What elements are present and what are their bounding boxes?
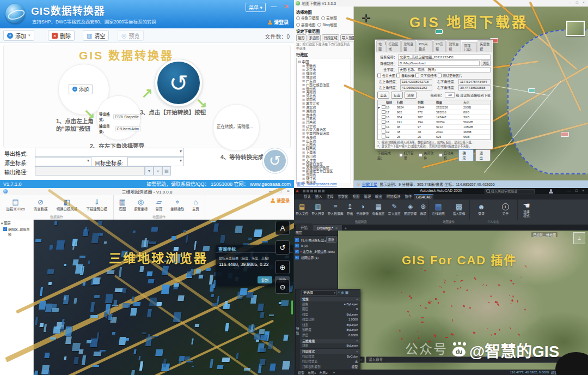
about-button[interactable]: i关于 bbox=[501, 203, 510, 216]
ribbon-tab[interactable]: 输出 bbox=[373, 193, 384, 199]
ribbon-button[interactable]: ▦在线地图 bbox=[431, 203, 445, 216]
login-button[interactable]: 请登录 bbox=[271, 197, 290, 203]
dialog-checkbox[interactable]: 合并大图 bbox=[377, 73, 395, 78]
dialog-tab[interactable]: POI兴趣点 bbox=[416, 40, 433, 52]
map-source-radio[interactable]: 天地图 bbox=[321, 15, 337, 21]
dialog-tab[interactable]: 建筑白模 bbox=[446, 40, 461, 52]
tl-lat-input[interactable]: 41.06553931282 bbox=[400, 85, 432, 90]
browse-button[interactable]: 浏览 bbox=[481, 61, 491, 66]
table-row[interactable]: 17962 772595216 8GB bbox=[378, 110, 490, 115]
property-row[interactable]: 打印表附着到模型 bbox=[300, 364, 360, 370]
ribbon-tab[interactable]: 插入 bbox=[313, 193, 324, 199]
layer-row[interactable]: 格网边界 (1) bbox=[294, 254, 338, 261]
layout-tab[interactable]: 模型 bbox=[296, 370, 306, 375]
close-button[interactable]: × bbox=[284, 2, 289, 10]
copy-button[interactable]: 复制 bbox=[258, 276, 272, 283]
add-button[interactable]: + 添加▾ bbox=[3, 30, 34, 41]
dropdown-icon[interactable]: ▾ bbox=[145, 166, 154, 176]
row-checkbox[interactable] bbox=[381, 125, 386, 129]
property-row[interactable]: 颜色■ByLayer bbox=[300, 301, 360, 307]
search-icon[interactable]: ⌕ bbox=[154, 166, 162, 176]
path-input[interactable]: D:\MapDownload bbox=[398, 61, 480, 66]
window-controls[interactable]: — □ × bbox=[567, 189, 586, 192]
ribbon-tab[interactable]: 管理 bbox=[362, 193, 373, 199]
after-checkbox[interactable]: 关闭软件 bbox=[419, 150, 437, 160]
ribbon-button[interactable]: ▦查看属性 bbox=[372, 203, 385, 216]
ribbon-button[interactable]: ≡导入数据库 bbox=[327, 203, 344, 216]
row-checkbox[interactable] bbox=[381, 135, 386, 139]
overview-thumbnail[interactable] bbox=[566, 21, 585, 36]
ribbon-button[interactable]: ▤导入文件 bbox=[295, 203, 309, 216]
ok-button[interactable]: 确定 bbox=[458, 149, 474, 161]
layer-tree-root[interactable]: ▾ 图层 bbox=[1, 221, 32, 226]
dialog-tab[interactable]: 3D高程 bbox=[433, 40, 446, 52]
table-row[interactable]: 1225 25625 9MB bbox=[378, 135, 490, 140]
ribbon-tab[interactable]: 视图 bbox=[351, 193, 362, 199]
property-row[interactable]: 线型比例1.0000 bbox=[300, 317, 360, 323]
login-button[interactable]: ☻登录 bbox=[477, 203, 486, 216]
property-row[interactable]: 线宽ByLayer bbox=[300, 322, 360, 328]
ribbon-button[interactable]: ◈图层管理 bbox=[403, 203, 417, 216]
ribbon-tab[interactable]: 附加模块 bbox=[384, 193, 403, 199]
close-icon[interactable]: × bbox=[335, 226, 338, 230]
range-button[interactable]: 行政区域 bbox=[322, 34, 339, 41]
search-input[interactable]: 键入关键字或短语 bbox=[485, 189, 535, 193]
table-row[interactable]: 1348 482401 36MB bbox=[378, 130, 490, 135]
br-lat-input[interactable]: 39.44738533838 bbox=[458, 85, 491, 90]
after-checkbox[interactable]: 自动关机 bbox=[439, 150, 457, 160]
converter-titlebar[interactable]: GIS数据转换器 支持SHP、DWG等格式及西安80、国家2000等坐标系的转换… bbox=[0, 0, 294, 28]
map-source-radio[interactable]: Bing地图 bbox=[317, 22, 336, 27]
row-checkbox[interactable] bbox=[381, 120, 386, 124]
table-row[interactable]: 1113 13169 2MB bbox=[378, 140, 490, 140]
ribbon-button[interactable]: ▥导入目录 bbox=[311, 203, 324, 216]
palette-icons[interactable]: ≡ ⊕ ▣ bbox=[338, 291, 348, 295]
table-row[interactable]: ▶ 189924 19442352258 20GB bbox=[378, 105, 490, 110]
select-mode-button[interactable]: ☚ 选择 模式 bbox=[519, 201, 534, 223]
layer-tree-item[interactable]: 朝阳区_建筑白模 bbox=[1, 227, 32, 237]
compass-button[interactable]: A bbox=[275, 221, 290, 235]
range-button[interactable]: 矩形 bbox=[296, 34, 307, 41]
target-crs-select[interactable] bbox=[127, 157, 184, 166]
ribbon-tab[interactable]: 参数化 bbox=[335, 193, 350, 199]
login-button[interactable]: 请登录 bbox=[268, 19, 289, 26]
clear-button[interactable]: 清除 bbox=[405, 92, 416, 99]
folder-icon[interactable]: ▤ bbox=[162, 166, 171, 176]
minimize-button[interactable]: — bbox=[271, 3, 277, 9]
section-header[interactable]: 三维效果▾ bbox=[300, 338, 360, 343]
table-row[interactable]: 1496 979312 138MB bbox=[378, 125, 490, 130]
row-checkbox[interactable] bbox=[381, 140, 386, 140]
invert-button[interactable]: 反选 bbox=[391, 92, 403, 99]
row-checkbox[interactable] bbox=[381, 110, 386, 114]
ribbon-button[interactable]: ▱量算 bbox=[155, 198, 164, 211]
row-checkbox[interactable] bbox=[381, 115, 386, 119]
dialog-tab[interactable]: 地图 bbox=[376, 40, 385, 52]
window-controls[interactable]: — □ × bbox=[568, 1, 586, 4]
property-row[interactable]: 透明度ByLayer bbox=[300, 328, 360, 333]
ribbon-tab[interactable]: 注释 bbox=[324, 193, 336, 199]
ribbon-button[interactable]: ⊛选项 bbox=[419, 203, 427, 216]
layout-tab[interactable]: 布局1 bbox=[306, 370, 317, 375]
task-input[interactable]: 北京市_高德卫星地图_20111223451 bbox=[398, 55, 491, 60]
scrollbar-thumb[interactable] bbox=[291, 300, 293, 314]
ribbon-button[interactable]: ⇓下载建筑白模 bbox=[85, 198, 108, 211]
dialog-checkbox[interactable]: 自动纠偏 bbox=[396, 73, 414, 78]
section-header[interactable]: 打印样式▾ bbox=[300, 348, 360, 354]
source-crs-select[interactable] bbox=[35, 157, 91, 166]
dialog-tab[interactable]: 矢量数据 bbox=[477, 40, 492, 52]
file-tab-start[interactable]: 开始 bbox=[296, 223, 312, 231]
after-checkbox[interactable]: 打开目录 bbox=[399, 150, 417, 160]
ribbon-button[interactable]: ▩插入影像 bbox=[452, 203, 465, 216]
ribbon-tab[interactable]: GIS4CAD bbox=[414, 194, 433, 199]
start-convert-button[interactable]: ↺ bbox=[262, 148, 287, 173]
menu-button[interactable]: 菜单 ▾ bbox=[246, 3, 266, 12]
cancel-button[interactable]: 退出 bbox=[475, 149, 491, 161]
delete-button[interactable]: × 删除 bbox=[48, 30, 75, 41]
website-link[interactable]: 官网：www.geosaas.com bbox=[297, 181, 337, 186]
ribbon-button[interactable]: ✎写入属性 bbox=[388, 203, 401, 216]
ribbon-button[interactable]: ↥导出 bbox=[346, 203, 354, 216]
map-source-link[interactable]: 谷歌卫星 bbox=[362, 182, 377, 187]
map-source-radio[interactable]: 谷歌卫星图 bbox=[296, 15, 319, 21]
new-tab-button[interactable]: + bbox=[342, 227, 349, 231]
property-row[interactable]: 图层0 bbox=[300, 307, 360, 312]
ribbon-button[interactable]: ▦底图 bbox=[118, 198, 127, 211]
